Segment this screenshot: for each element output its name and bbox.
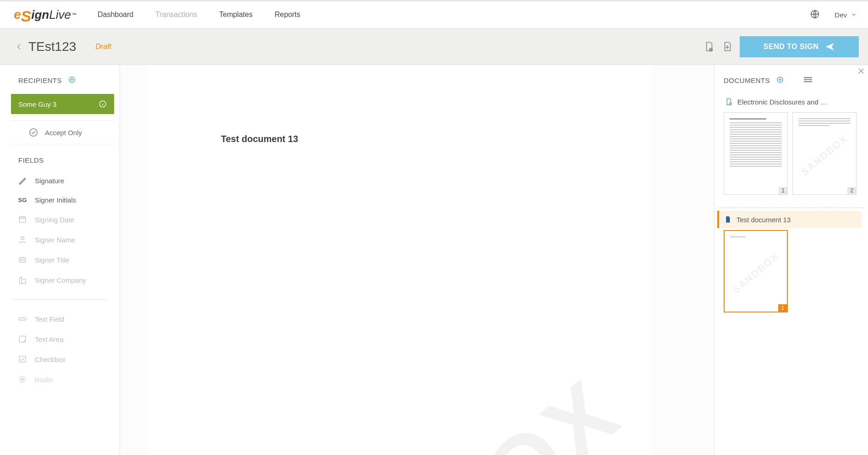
- svg-point-18: [730, 103, 732, 105]
- field-text-field[interactable]: Text Field: [0, 309, 120, 329]
- logo-s: S: [21, 7, 32, 25]
- page-number: 2: [847, 187, 856, 194]
- document-name: Test document 13: [736, 216, 791, 224]
- document-row[interactable]: Electronic Disclosures and …: [721, 93, 862, 110]
- field-signing-date[interactable]: Signing Date: [0, 209, 120, 230]
- field-label: Text Area: [35, 335, 64, 343]
- document-divider: [718, 208, 864, 208]
- user-dropdown[interactable]: Dev: [835, 11, 857, 19]
- radio-icon: [17, 375, 27, 384]
- top-nav: eSignLive™ Dashboard Transactions Templa…: [0, 0, 868, 28]
- svg-point-13: [22, 378, 24, 381]
- nav-transactions[interactable]: Transactions: [155, 11, 197, 19]
- person-icon: [17, 235, 27, 244]
- doc-content-title: Test document 13: [221, 134, 578, 144]
- document-page[interactable]: Test document 13: [148, 65, 652, 455]
- fields-heading: FIELDS: [0, 144, 120, 170]
- doc-download-icon[interactable]: [721, 41, 733, 53]
- send-label: SEND TO SIGN: [764, 43, 819, 51]
- page-thumbnail[interactable]: 1: [724, 112, 788, 195]
- svg-rect-16: [804, 79, 812, 80]
- back-icon[interactable]: [16, 41, 23, 52]
- main-area: RECIPIENTS Some Guy 3 Accept Only FIELDS…: [0, 65, 868, 455]
- recipient-name: Some Guy 3: [18, 100, 56, 108]
- svg-rect-9: [19, 318, 26, 320]
- checkbox-icon: [17, 355, 27, 364]
- recipient-card[interactable]: Some Guy 3: [11, 94, 114, 114]
- initials-badge-icon: SG: [17, 197, 27, 203]
- svg-rect-15: [804, 77, 812, 78]
- add-document-icon[interactable]: [776, 76, 784, 85]
- field-label: Checkbox: [35, 356, 66, 363]
- document-canvas[interactable]: Test document 13 BOX: [120, 65, 714, 455]
- accept-only-row[interactable]: Accept Only: [11, 121, 114, 144]
- subheader-actions: SEND TO SIGN: [703, 36, 859, 57]
- chevron-down-icon: [851, 11, 857, 18]
- page-thumbnail[interactable]: SANDBOX 2: [792, 112, 857, 195]
- nav-links: Dashboard Transactions Templates Reports: [98, 11, 300, 19]
- field-label: Signature: [35, 177, 64, 185]
- sub-header: TEst123 Draft SEND TO SIGN: [0, 28, 868, 65]
- nav-reports[interactable]: Reports: [275, 11, 300, 19]
- badge-icon: [17, 255, 27, 264]
- accept-only-label: Accept Only: [45, 129, 82, 137]
- add-recipient-icon[interactable]: [68, 76, 76, 85]
- logo-e: e: [14, 7, 21, 22]
- logo-tm: ™: [72, 12, 77, 17]
- field-checkbox[interactable]: Checkbox: [0, 349, 120, 369]
- field-signer-title[interactable]: Signer Title: [0, 250, 120, 270]
- close-icon[interactable]: [857, 67, 865, 77]
- svg-rect-5: [19, 217, 25, 223]
- nav-dashboard[interactable]: Dashboard: [98, 11, 133, 19]
- thumb-strip: 1 SANDBOX 2: [721, 110, 862, 200]
- nav-templates[interactable]: Templates: [219, 11, 253, 19]
- nav-right: Dev: [810, 9, 857, 21]
- recipients-title: RECIPIENTS: [18, 77, 62, 84]
- send-icon: [825, 42, 835, 52]
- thumb-watermark: SANDBOX: [730, 250, 781, 296]
- field-signer-initials[interactable]: SG Signer Initials: [0, 191, 120, 209]
- doc-settings-icon[interactable]: [703, 41, 715, 53]
- user-name: Dev: [835, 11, 847, 19]
- field-label: Signer Title: [35, 256, 69, 264]
- documents-heading: DOCUMENTS: [718, 74, 864, 93]
- field-signer-company[interactable]: Signer Company: [0, 270, 120, 290]
- logo[interactable]: eSignLive™: [14, 6, 77, 24]
- field-signature[interactable]: Signature: [0, 170, 120, 191]
- textfield-icon: [17, 314, 27, 323]
- field-divider: [13, 299, 107, 300]
- left-panel: RECIPIENTS Some Guy 3 Accept Only FIELDS…: [0, 65, 120, 455]
- check-circle-icon: [28, 127, 38, 137]
- field-label: Signing Date: [35, 216, 74, 224]
- svg-rect-17: [804, 81, 812, 82]
- svg-rect-10: [19, 336, 25, 342]
- package-title: TEst123: [28, 39, 76, 54]
- calendar-icon: [17, 215, 27, 224]
- page-number: 1: [779, 187, 787, 194]
- field-label: Radio: [35, 376, 53, 384]
- page-thumbnail[interactable]: SANDBOX 1: [724, 230, 788, 312]
- logo-live: Live: [49, 8, 71, 22]
- field-radio[interactable]: Radio: [0, 369, 120, 389]
- globe-icon[interactable]: [810, 9, 820, 21]
- send-to-sign-button[interactable]: SEND TO SIGN: [740, 36, 859, 57]
- document-section: Electronic Disclosures and … 1 SANDBOX 2: [718, 93, 864, 205]
- recipients-heading: RECIPIENTS: [0, 74, 120, 91]
- info-icon[interactable]: [99, 100, 107, 108]
- field-signer-name[interactable]: Signer Name: [0, 230, 120, 250]
- svg-rect-11: [19, 356, 25, 362]
- document-row[interactable]: Test document 13: [717, 211, 862, 228]
- document-icon: [724, 215, 732, 224]
- field-label: Signer Initials: [35, 196, 76, 204]
- logo-sign-rest: ign: [31, 8, 49, 22]
- documents-title: DOCUMENTS: [724, 77, 770, 84]
- reorder-icon[interactable]: [804, 77, 812, 84]
- page-number: 1: [778, 304, 787, 312]
- document-icon: [725, 98, 733, 106]
- right-panel: DOCUMENTS Electronic Disclosures and …: [714, 65, 868, 455]
- field-label: Signer Name: [35, 236, 75, 244]
- field-text-area[interactable]: Text Area: [0, 329, 120, 349]
- thumb-strip: SANDBOX 1: [721, 228, 862, 318]
- field-label: Text Field: [35, 315, 64, 323]
- textarea-icon: [17, 334, 27, 344]
